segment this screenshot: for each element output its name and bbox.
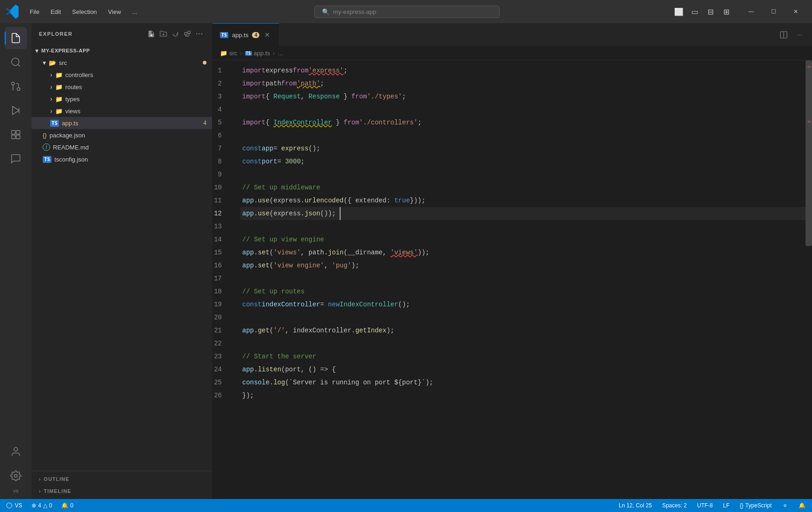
more-actions-button[interactable]: ··· bbox=[793, 28, 806, 42]
code-line-15[interactable]: app.set('views', path.join(__dirname, 'v… bbox=[240, 246, 806, 259]
code-line-4[interactable] bbox=[240, 103, 806, 116]
code-line-6[interactable] bbox=[240, 129, 806, 142]
code-line-25[interactable]: console.log(`Server is running on port $… bbox=[240, 376, 806, 389]
code-line-14[interactable]: // Set up view engine bbox=[240, 233, 806, 246]
code-line-3[interactable]: import { Request, Response } from './typ… bbox=[240, 90, 806, 103]
new-folder-button[interactable] bbox=[158, 29, 168, 39]
activity-source-control[interactable] bbox=[5, 75, 27, 97]
menu-view[interactable]: View bbox=[103, 6, 126, 17]
code-line-18[interactable]: // Set up routes bbox=[240, 285, 806, 298]
tree-item-tsconfig[interactable]: TS tsconfig.json bbox=[32, 153, 212, 165]
activity-files[interactable] bbox=[5, 27, 27, 49]
tree-item-controllers[interactable]: › 📁 controllers bbox=[32, 69, 212, 81]
breadcrumb-src[interactable]: 📁 src bbox=[220, 50, 237, 57]
code-line-13[interactable] bbox=[240, 220, 806, 233]
status-notifications[interactable]: 🔔 0 bbox=[59, 499, 75, 512]
svg-rect-9 bbox=[12, 135, 15, 139]
menu-file[interactable]: File bbox=[25, 6, 44, 17]
code-content[interactable]: import express from 'express';import pat… bbox=[240, 60, 806, 499]
menu-edit[interactable]: Edit bbox=[46, 6, 65, 17]
breadcrumb-more[interactable]: … bbox=[277, 50, 284, 57]
status-bell[interactable]: 🔔 bbox=[797, 499, 807, 512]
code-line-21[interactable]: app.get('/', indexController.getIndex); bbox=[240, 324, 806, 337]
layout-split[interactable]: ⊟ bbox=[703, 5, 717, 19]
code-line-24[interactable]: app.listen(port, () => { bbox=[240, 363, 806, 376]
status-errors[interactable]: ⊗ 4 △ 0 bbox=[30, 499, 54, 512]
tree-item-src[interactable]: ▾ 📂 src bbox=[32, 57, 212, 69]
code-line-16[interactable]: app.set('view engine', 'pug'); bbox=[240, 259, 806, 272]
folder-icon: 📁 bbox=[220, 50, 227, 57]
activity-search[interactable] bbox=[5, 51, 27, 73]
code-line-8[interactable]: const port = 3000; bbox=[240, 155, 806, 168]
code-editor[interactable]: 1234567891011121314151617181920212223242… bbox=[213, 60, 812, 499]
status-language[interactable]: {} TypeScript bbox=[738, 499, 773, 512]
tab-close-button[interactable]: ✕ bbox=[263, 31, 271, 39]
activity-extensions[interactable] bbox=[5, 123, 27, 146]
activity-settings[interactable] bbox=[5, 465, 27, 487]
activity-chat[interactable] bbox=[5, 148, 27, 170]
search-box[interactable]: 🔍 my-express-app bbox=[314, 6, 500, 18]
layout-custom[interactable]: ⊞ bbox=[719, 5, 733, 19]
code-line-11[interactable]: app.use(express.urlencoded({ extended: t… bbox=[240, 194, 806, 207]
tree-item-views[interactable]: › 📁 views bbox=[32, 105, 212, 117]
line-number-20: 20 bbox=[213, 311, 231, 324]
scroll-thumb[interactable] bbox=[806, 60, 812, 246]
timeline-section[interactable]: › TIMELINE bbox=[32, 485, 212, 497]
split-editor-button[interactable] bbox=[777, 28, 791, 42]
minimize-button[interactable]: — bbox=[741, 5, 762, 19]
title-bar-search: 🔍 my-express-app bbox=[146, 6, 668, 18]
code-line-17[interactable] bbox=[240, 272, 806, 285]
code-line-7[interactable]: const app = express(); bbox=[240, 142, 806, 155]
code-line-23[interactable]: // Start the server bbox=[240, 350, 806, 363]
code-line-20[interactable] bbox=[240, 311, 806, 324]
json-icon: {} bbox=[43, 132, 47, 139]
close-button[interactable]: ✕ bbox=[785, 5, 806, 19]
tree-item-readme[interactable]: i README.md bbox=[32, 141, 212, 153]
file-tree: ▾ MY-EXPRESS-APP ▾ 📂 src › 📁 controllers… bbox=[32, 45, 212, 471]
timeline-label: TIMELINE bbox=[44, 488, 71, 494]
status-spaces[interactable]: Spaces: 2 bbox=[660, 499, 689, 512]
collapse-button[interactable] bbox=[182, 29, 193, 39]
new-file-button[interactable] bbox=[146, 29, 156, 39]
tree-root[interactable]: ▾ MY-EXPRESS-APP bbox=[32, 45, 212, 57]
breadcrumb-app-ts[interactable]: TS app.ts bbox=[245, 50, 270, 57]
broadcast-icon bbox=[782, 502, 788, 509]
status-eol[interactable]: LF bbox=[721, 499, 731, 512]
activity-account[interactable] bbox=[5, 441, 27, 463]
code-line-2[interactable]: import path from 'path'; bbox=[240, 77, 806, 90]
svg-rect-8 bbox=[16, 130, 20, 134]
language-text: TypeScript bbox=[745, 502, 772, 509]
code-line-9[interactable] bbox=[240, 168, 806, 181]
maximize-button[interactable]: ☐ bbox=[763, 5, 784, 19]
status-encoding[interactable]: UTF-8 bbox=[695, 499, 715, 512]
menu-more[interactable]: ... bbox=[128, 6, 142, 17]
tree-item-package-json[interactable]: {} package.json bbox=[32, 129, 212, 141]
cursor bbox=[336, 207, 341, 220]
code-line-22[interactable] bbox=[240, 337, 806, 350]
refresh-button[interactable] bbox=[170, 29, 180, 39]
tree-label-readme: README.md bbox=[53, 144, 212, 151]
folder-icon: 📁 bbox=[55, 108, 63, 115]
tab-app-ts[interactable]: TS app.ts 4 ✕ bbox=[213, 23, 279, 46]
tree-label-views: views bbox=[65, 108, 212, 115]
code-line-10[interactable]: // Set up middleware bbox=[240, 181, 806, 194]
code-line-12[interactable]: app.use(express.json()); bbox=[240, 207, 806, 220]
code-line-5[interactable]: import { IndexController } from './contr… bbox=[240, 116, 806, 129]
code-line-1[interactable]: import express from 'express'; bbox=[240, 64, 806, 77]
tree-item-app-ts[interactable]: TS app.ts 4 bbox=[32, 117, 212, 129]
code-line-26[interactable]: }); bbox=[240, 389, 806, 402]
code-line-19[interactable]: const indexController = new IndexControl… bbox=[240, 298, 806, 311]
status-remote-icon[interactable] bbox=[780, 499, 790, 512]
layout-sidebar-toggle[interactable]: ⬜ bbox=[672, 5, 686, 19]
tree-item-routes[interactable]: › 📁 routes bbox=[32, 81, 212, 93]
outline-section[interactable]: › OUTLINE bbox=[32, 473, 212, 485]
sidebar-more-button[interactable]: ··· bbox=[194, 29, 205, 39]
activity-run[interactable] bbox=[5, 99, 27, 122]
status-remote[interactable]: VS bbox=[5, 499, 24, 512]
language-icon: {} bbox=[740, 502, 743, 509]
tree-item-types[interactable]: › 📁 types bbox=[32, 93, 212, 105]
line-number-18: 18 bbox=[213, 285, 231, 298]
layout-panel-toggle[interactable]: ▭ bbox=[688, 5, 702, 19]
status-position[interactable]: Ln 12, Col 25 bbox=[617, 499, 654, 512]
menu-selection[interactable]: Selection bbox=[67, 6, 101, 17]
